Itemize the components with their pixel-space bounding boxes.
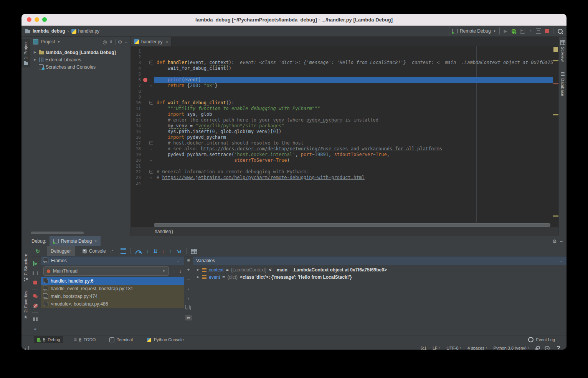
previous-frame-icon[interactable]: ↑ <box>173 268 175 274</box>
line-number[interactable]: 17 <box>131 140 142 146</box>
code-line[interactable]: 13 # enter the correct path here to your… <box>131 117 553 123</box>
close-session-icon[interactable]: × <box>94 238 97 244</box>
debug-session-tab[interactable]: Remote Debug × <box>50 236 101 246</box>
scrollbar-marker[interactable] <box>553 83 558 84</box>
pause-program-icon[interactable] <box>33 271 38 275</box>
inspections-icon[interactable] <box>545 346 550 350</box>
force-step-into-icon[interactable]: ↓ <box>162 248 165 254</box>
run-button[interactable]: ▶ <box>504 28 507 34</box>
interpreter-selector[interactable]: Python 3.8 (venv)↕ <box>494 346 530 350</box>
code-line[interactable]: 11 """Utility function to enable debuggi… <box>131 106 553 112</box>
sidebar-item-project[interactable]: 1: Project <box>21 39 30 67</box>
scrollbar-marker[interactable] <box>553 60 558 61</box>
code-line[interactable]: 2 <box>131 54 553 60</box>
sidebar-item-sciview[interactable]: SciView <box>559 40 567 62</box>
code-line[interactable]: 16 import pydevd_pycharm <box>131 135 553 140</box>
fold-end-icon[interactable] <box>149 83 154 89</box>
view-breakpoints-icon[interactable] <box>33 294 36 297</box>
fold-marker-icon[interactable] <box>149 169 154 175</box>
line-number[interactable]: 7 <box>131 83 142 89</box>
toolbar-tab-todo[interactable]: ≡ 6: TODO <box>71 336 99 343</box>
line-number[interactable]: 5 <box>131 71 142 77</box>
minimize-window-button[interactable] <box>35 17 39 22</box>
profiler-button[interactable]: ◔ <box>529 28 532 34</box>
event-log-button[interactable]: Event Log <box>528 337 555 342</box>
code-line[interactable]: 15 sys.path.insert(0, glob.glob(my_venv)… <box>131 129 553 135</box>
editor-tab-handler-py[interactable]: handler.py × <box>131 37 172 46</box>
breadcrumb-file[interactable]: handler.py <box>78 28 99 34</box>
line-number[interactable]: 14 <box>131 123 142 129</box>
hide-panel-icon[interactable]: − <box>560 238 563 244</box>
line-number[interactable]: 13 <box>131 117 142 123</box>
run-config-dropdown[interactable]: Remote Debug ▼ <box>449 27 500 35</box>
line-number[interactable]: 9 <box>131 94 142 100</box>
tab-debugger[interactable]: Debugger <box>47 246 75 256</box>
tool-window-toggle-icon[interactable] <box>24 346 29 350</box>
close-window-button[interactable] <box>27 17 31 22</box>
add-watch-icon[interactable]: + <box>187 268 190 272</box>
code-line[interactable]: 8 <box>131 89 553 94</box>
frame-row[interactable]: handler, handler.py:6 <box>41 277 184 285</box>
code-line[interactable]: 1 <box>131 48 553 54</box>
code-line[interactable]: 9 <box>131 94 553 100</box>
toolbar-tab-terminal[interactable]: Terminal <box>107 336 135 343</box>
expand-arrow-icon[interactable]: ▶ <box>197 275 200 279</box>
code-area[interactable]: 123def handler(event, context): event: <… <box>131 48 553 186</box>
tab-console[interactable]: Console → <box>79 246 117 256</box>
move-down-icon[interactable]: ▼ <box>187 296 190 301</box>
notifications-icon[interactable]: ❔ <box>556 346 561 350</box>
gear-icon[interactable]: ⚙ <box>118 39 122 45</box>
stop-button[interactable] <box>545 29 549 33</box>
encoding-selector[interactable]: UTF-8↕ <box>446 346 461 350</box>
line-number[interactable]: 20 <box>131 158 142 163</box>
resume-program-icon[interactable]: ▶ <box>33 261 38 266</box>
code-line[interactable]: 14 my_venv = "venv/lib/python*/site-pack… <box>131 123 553 129</box>
line-number[interactable]: 24 <box>131 181 142 186</box>
evaluate-expression-icon[interactable] <box>191 249 197 254</box>
code-line[interactable]: 17 # host.docker.internal should resolve… <box>131 140 553 146</box>
line-number[interactable]: 10 <box>131 100 142 106</box>
frame-row[interactable]: main, bootstrap.py:474 <box>41 293 184 300</box>
scrollbar-marker[interactable] <box>553 114 558 115</box>
mute-breakpoints-icon[interactable] <box>33 304 38 308</box>
expand-arrow-icon[interactable]: ▶ <box>33 58 37 61</box>
lock-icon[interactable] <box>535 348 538 350</box>
scrollbar-marker[interactable] <box>553 215 558 217</box>
step-into-icon[interactable]: ↓ <box>146 248 149 254</box>
stop-icon[interactable] <box>33 281 37 284</box>
caret-position[interactable]: 6:1 <box>421 346 426 350</box>
step-out-icon[interactable]: ↑ <box>169 248 172 254</box>
zoom-window-button[interactable] <box>42 17 47 22</box>
code-line[interactable]: 12 import sys, glob <box>131 112 553 117</box>
show-execution-point-icon[interactable] <box>121 248 126 254</box>
next-frame-icon[interactable]: ↓ <box>179 268 182 274</box>
restore-layout-icon[interactable] <box>33 317 38 321</box>
line-number[interactable]: 15 <box>131 129 142 135</box>
tree-item-external-libraries[interactable]: ▶ External Libraries <box>30 56 130 63</box>
frame-row[interactable]: <module>, bootstrap.py:486 <box>41 300 184 308</box>
code-line[interactable]: 23# https://www.jetbrains.com/help/pycha… <box>131 175 553 181</box>
editor-viewport[interactable]: 123def handler(event, context): event: <… <box>131 46 559 222</box>
code-line[interactable]: 5 <box>131 71 553 77</box>
code-line[interactable]: 21 <box>131 163 553 169</box>
code-line[interactable]: 4 wait_for_debug_client() <box>131 66 553 71</box>
line-ending-selector[interactable]: LF↕ <box>433 346 440 350</box>
step-into-my-code-icon[interactable]: ⇊ <box>153 248 157 254</box>
rerun-icon[interactable]: ↻ <box>32 248 43 254</box>
inspection-status-square[interactable] <box>553 47 558 52</box>
line-number[interactable]: 22 <box>131 169 142 175</box>
variable-row[interactable]: ▶context = {LambdaContext} <__main__.Lam… <box>193 266 567 273</box>
code-line[interactable]: 19 pydevd_pycharm.settrace('host.docker.… <box>131 152 553 158</box>
fold-marker-icon[interactable] <box>149 140 154 146</box>
line-number[interactable]: 4 <box>131 66 142 71</box>
line-number[interactable]: 21 <box>131 163 142 169</box>
fold-marker-icon[interactable] <box>149 60 154 66</box>
line-number[interactable]: 18 <box>131 146 142 152</box>
fold-end-icon[interactable] <box>149 158 154 163</box>
show-watches-icon[interactable]: ∞ <box>185 315 192 320</box>
line-number[interactable]: 11 <box>131 106 142 112</box>
code-line[interactable]: 20 stderrToServer=True) <box>131 158 553 163</box>
run-to-cursor-icon[interactable]: ↘ı <box>176 248 181 254</box>
coverage-button[interactable] <box>520 29 525 34</box>
search-everywhere-button[interactable] <box>558 29 563 34</box>
